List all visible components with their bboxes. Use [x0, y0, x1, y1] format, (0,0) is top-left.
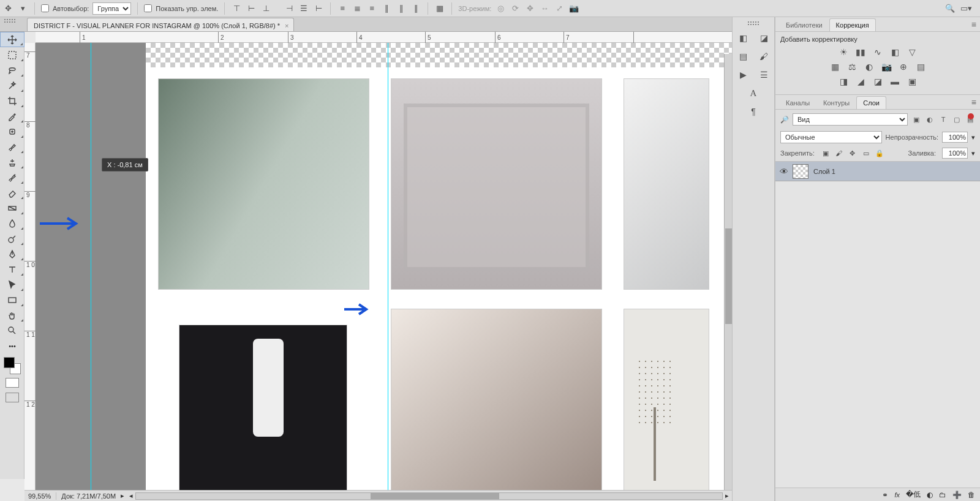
lock-artboard-icon[interactable]: ▭: [861, 148, 871, 158]
bw-icon[interactable]: ◐: [863, 61, 875, 72]
filter-toggle-indicator[interactable]: [968, 113, 974, 119]
layers-list[interactable]: 👁 Слой 1: [775, 162, 980, 488]
marquee-tool[interactable]: [0, 47, 24, 62]
rectangle-tool[interactable]: [0, 292, 24, 307]
character-panel-icon[interactable]: A: [746, 87, 761, 99]
panel-menu-icon[interactable]: ≡: [971, 20, 976, 29]
clone-stamp-tool[interactable]: [0, 154, 24, 170]
distribute-top-icon[interactable]: ≡: [337, 3, 348, 14]
new-group-icon[interactable]: 🗀: [939, 491, 946, 499]
distribute-left-icon[interactable]: ‖: [381, 3, 392, 14]
crop-tool[interactable]: [0, 93, 24, 108]
pen-tool[interactable]: [0, 246, 24, 262]
history-panel-icon[interactable]: ◧: [736, 32, 750, 44]
selective-color-icon[interactable]: ▣: [906, 76, 918, 87]
vertical-scrollbar[interactable]: [724, 54, 733, 490]
canvas-viewport[interactable]: X : -0,81 см: [36, 43, 733, 490]
align-right-icon[interactable]: ⊢: [313, 3, 324, 14]
blur-tool[interactable]: [0, 216, 24, 231]
layer-thumbnail[interactable]: [793, 164, 809, 179]
align-top-icon[interactable]: ⊤: [231, 3, 242, 14]
threshold-icon[interactable]: ◪: [872, 76, 884, 87]
align-left-icon[interactable]: ⊣: [284, 3, 295, 14]
filter-search-icon[interactable]: 🔎: [780, 116, 789, 124]
path-select-tool[interactable]: [0, 277, 24, 292]
filter-adjust-icon[interactable]: ◐: [925, 115, 935, 124]
document-tab[interactable]: DISTRICT F - VISUAL PLANNER FOR INSTAGRA…: [27, 18, 294, 31]
screen-mode-toggle[interactable]: [0, 390, 24, 405]
vertical-guide-1[interactable]: [91, 43, 91, 490]
gradient-map-icon[interactable]: ▬: [889, 76, 901, 87]
tab-channels[interactable]: Каналы: [779, 96, 816, 109]
lock-brush-icon[interactable]: 🖌: [834, 148, 844, 158]
quick-mask-toggle[interactable]: [0, 375, 24, 390]
options-dropdown-icon[interactable]: ▾: [17, 3, 28, 14]
close-tab-icon[interactable]: ×: [285, 22, 288, 29]
hand-tool[interactable]: [0, 307, 24, 323]
distribute-bottom-icon[interactable]: ≡: [366, 3, 377, 14]
eyedropper-tool[interactable]: [0, 108, 24, 124]
color-lookup-icon[interactable]: ▤: [914, 61, 927, 72]
levels-icon[interactable]: ▮▮: [854, 47, 867, 58]
delete-layer-icon[interactable]: 🗑: [968, 491, 975, 499]
horizontal-ruler[interactable]: 1 2 3 4 5 6 7: [36, 32, 733, 43]
search-icon[interactable]: 🔍: [944, 3, 956, 14]
tab-handle-icon[interactable]: [4, 18, 16, 23]
curves-icon[interactable]: ∿: [872, 47, 884, 58]
new-layer-icon[interactable]: ➕: [952, 491, 962, 499]
brightness-contrast-icon[interactable]: ☀: [837, 47, 850, 58]
align-hcenter-icon[interactable]: ☰: [298, 3, 309, 14]
auto-select-checkbox[interactable]: [41, 4, 49, 12]
color-swatch[interactable]: [4, 357, 21, 374]
dodge-tool[interactable]: [0, 231, 24, 246]
brush-tool[interactable]: [0, 139, 24, 154]
actions-panel-icon[interactable]: ▤: [736, 50, 750, 62]
lasso-tool[interactable]: [0, 62, 24, 78]
opacity-input[interactable]: [942, 132, 968, 143]
tab-paths[interactable]: Контуры: [816, 96, 856, 109]
opacity-dropdown-icon[interactable]: ▾: [971, 134, 975, 141]
layer-row[interactable]: 👁 Слой 1: [775, 162, 980, 181]
workspace-icon[interactable]: ▭▾: [960, 3, 971, 14]
lock-position-icon[interactable]: ✥: [848, 148, 858, 158]
auto-select-mode-select[interactable]: Группа: [92, 2, 131, 15]
scroll-left-icon[interactable]: ◂: [129, 492, 133, 500]
align-bottom-icon[interactable]: ⊥: [260, 3, 271, 14]
tab-correction[interactable]: Коррекция: [829, 18, 876, 31]
history-brush-tool[interactable]: [0, 170, 24, 185]
filter-type-icon[interactable]: T: [938, 115, 948, 124]
gradient-tool[interactable]: [0, 200, 24, 216]
show-transform-checkbox[interactable]: [144, 4, 152, 12]
vertical-guide-2[interactable]: [388, 43, 388, 490]
invert-icon[interactable]: ◨: [837, 76, 850, 87]
posterize-icon[interactable]: ◢: [854, 76, 867, 87]
healing-tool[interactable]: [0, 124, 24, 139]
magic-wand-tool[interactable]: [0, 78, 24, 93]
filter-pixel-icon[interactable]: ▣: [911, 115, 921, 124]
hue-sat-icon[interactable]: ▦: [829, 61, 841, 72]
photo-filter-icon[interactable]: 📷: [880, 61, 892, 72]
type-tool[interactable]: [0, 262, 24, 277]
status-flyout-icon[interactable]: ▸: [121, 492, 124, 500]
channel-mixer-icon[interactable]: ⊕: [897, 61, 910, 72]
eraser-tool[interactable]: [0, 185, 24, 200]
paragraph-panel-icon[interactable]: ¶: [746, 105, 761, 118]
fill-dropdown-icon[interactable]: ▾: [971, 149, 975, 157]
tab-libraries[interactable]: Библиотеки: [779, 18, 829, 31]
dock-handle-icon[interactable]: [747, 21, 760, 26]
brushes-panel-icon[interactable]: 🖌: [756, 50, 771, 62]
scroll-right-icon[interactable]: ▸: [725, 492, 729, 500]
layer-filter-select[interactable]: Вид: [793, 113, 908, 126]
horizontal-scrollbar[interactable]: ◂ ▸: [129, 492, 729, 500]
filter-shape-icon[interactable]: ▢: [952, 115, 962, 124]
layer-fx-icon[interactable]: fx: [894, 491, 900, 499]
edit-toolbar-icon[interactable]: •••: [0, 338, 24, 353]
move-tool[interactable]: [0, 32, 24, 47]
distribute-right-icon[interactable]: ‖: [410, 3, 421, 14]
properties-panel-icon[interactable]: ☰: [756, 69, 771, 81]
vertical-ruler[interactable]: 7 8 9 1 0 1 1 1 2: [24, 43, 36, 490]
vibrance-icon[interactable]: ▽: [906, 47, 918, 58]
lock-all-icon[interactable]: 🔒: [875, 148, 884, 158]
new-adjustment-icon[interactable]: ◐: [927, 491, 933, 499]
tab-layers[interactable]: Слои: [856, 96, 886, 109]
